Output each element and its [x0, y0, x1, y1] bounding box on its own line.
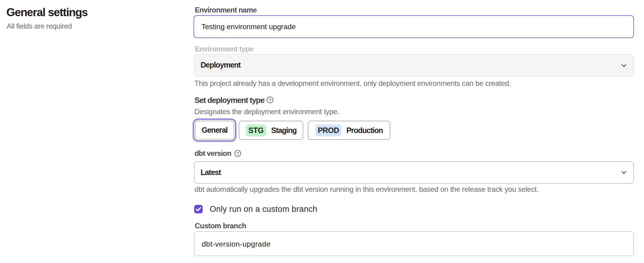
- svg-text:?: ?: [236, 151, 239, 156]
- svg-text:?: ?: [269, 97, 271, 103]
